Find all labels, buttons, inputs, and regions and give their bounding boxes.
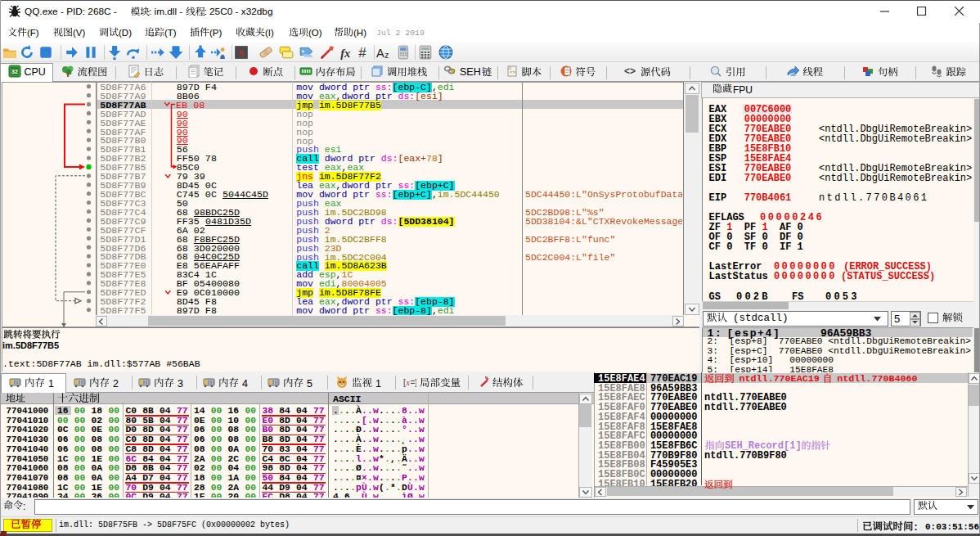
svg-text:z: z <box>384 51 389 60</box>
svg-text:=]: =] <box>411 378 417 387</box>
svg-text:S: S <box>239 47 245 59</box>
svg-text:32: 32 <box>11 69 18 74</box>
svg-text:<>: <> <box>624 65 636 77</box>
svg-text:A: A <box>376 47 384 60</box>
svg-text:<>: <> <box>509 70 515 75</box>
svg-text:fx: fx <box>340 47 350 60</box>
svg-text:#: # <box>358 45 366 60</box>
